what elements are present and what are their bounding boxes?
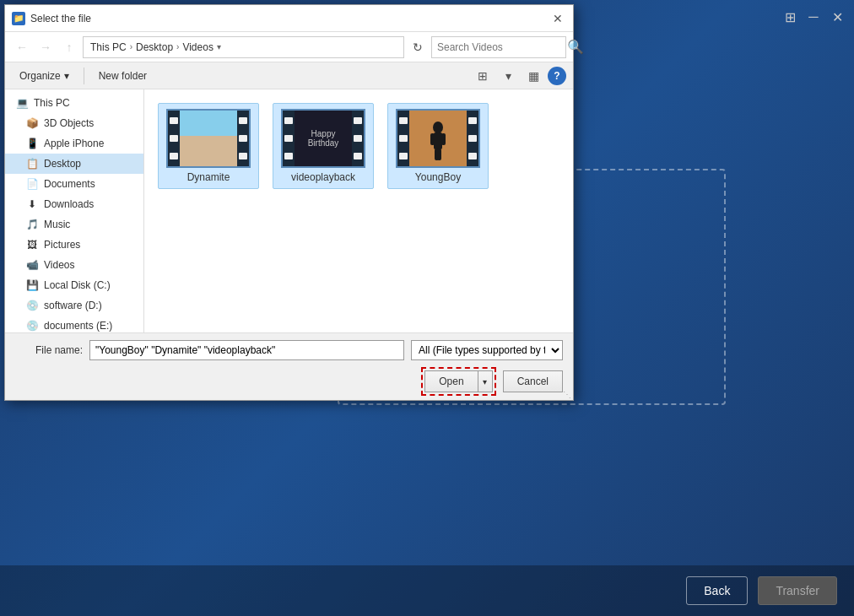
nav-back-button[interactable]: ← — [12, 37, 32, 57]
thumb-content-dynamite — [180, 111, 237, 166]
path-thispc[interactable]: This PC — [90, 41, 127, 53]
file-label-dynamite: Dynamite — [187, 171, 230, 183]
film-hole — [239, 117, 247, 124]
desktop-label: Desktop — [44, 158, 81, 170]
search-input[interactable] — [437, 41, 564, 53]
downloads-icon: ⬇ — [25, 197, 39, 211]
open-button[interactable]: Open — [424, 370, 477, 392]
cancel-button[interactable]: Cancel — [503, 370, 563, 392]
videos-label: Videos — [44, 259, 74, 271]
videos-icon: 📹 — [25, 258, 39, 272]
dialog-footer: File name: All (File types supported by … — [5, 332, 573, 400]
sidebar-item-videos[interactable]: 📹 Videos — [5, 255, 143, 275]
file-item-videoplayback[interactable]: Happy Birthday videoplayback — [273, 103, 374, 189]
3dobjects-label: 3D Objects — [44, 117, 94, 129]
film-hole — [354, 117, 362, 124]
path-arrow-1: › — [130, 42, 132, 51]
path-videos[interactable]: Videos — [182, 41, 213, 53]
sidebar: 💻 This PC 📦 3D Objects 📱 Apple iPhone 📋 … — [5, 89, 144, 332]
film-hole — [399, 153, 408, 159]
open-dropdown-button[interactable]: ▾ — [478, 370, 493, 392]
path-desktop[interactable]: Desktop — [136, 41, 173, 53]
open-button-group: Open ▾ — [421, 367, 495, 396]
filename-label: File name: — [15, 344, 83, 356]
path-dropdown-arrow: ▾ — [217, 42, 221, 51]
sidebar-item-documents[interactable]: 📄 Documents — [5, 174, 143, 194]
app-close-button[interactable]: ✕ — [829, 8, 846, 25]
nav-forward-button[interactable]: → — [35, 37, 56, 57]
thumbnail-youngboy — [396, 109, 480, 168]
film-hole — [170, 117, 178, 124]
film-hole — [170, 135, 178, 142]
new-folder-label: New folder — [99, 70, 147, 82]
dialog-title: Select the file — [30, 13, 544, 24]
sidebar-item-3dobjects[interactable]: 📦 3D Objects — [5, 113, 143, 133]
file-dialog: 📁 Select the file ✕ ← → ↑ This PC › Desk… — [4, 4, 574, 401]
back-button[interactable]: Back — [686, 576, 748, 605]
transfer-button: Transfer — [758, 576, 837, 605]
help-button[interactable]: ? — [548, 67, 566, 85]
search-box[interactable]: 🔍 — [431, 36, 566, 58]
file-label-videoplayback: videoplayback — [291, 171, 355, 183]
svg-rect-3 — [441, 133, 446, 145]
dialog-titlebar: 📁 Select the file ✕ — [5, 5, 573, 32]
software-icon: 💿 — [25, 299, 39, 312]
documents-label: Documents — [44, 178, 95, 190]
film-hole — [399, 117, 408, 124]
view-arrow-button[interactable]: ▾ — [497, 65, 519, 87]
svg-rect-2 — [430, 133, 435, 145]
sidebar-item-thispc[interactable]: 💻 This PC — [5, 93, 143, 113]
refresh-button[interactable]: ↻ — [408, 37, 428, 57]
dialog-body: 💻 This PC 📦 3D Objects 📱 Apple iPhone 📋 … — [5, 89, 573, 332]
film-strip-right-vp — [352, 111, 364, 166]
file-item-youngboy[interactable]: YoungBoy — [387, 103, 489, 189]
organize-label: Organize — [19, 70, 61, 82]
app-grid-button[interactable]: ⊞ — [781, 8, 798, 25]
svg-point-0 — [433, 122, 443, 133]
iphone-icon: 📱 — [25, 137, 39, 150]
film-hole — [468, 153, 477, 159]
software-label: software (D:) — [44, 300, 102, 311]
dialog-close-button[interactable]: ✕ — [549, 10, 566, 27]
svg-rect-1 — [434, 132, 442, 149]
sidebar-item-local-disk[interactable]: 💾 Local Disk (C:) — [5, 275, 143, 295]
thispc-label: This PC — [34, 97, 70, 109]
pictures-label: Pictures — [44, 239, 80, 251]
organize-button[interactable]: Organize ▾ — [12, 68, 77, 84]
path-arrow-2: › — [176, 42, 179, 51]
address-path[interactable]: This PC › Desktop › Videos ▾ — [83, 36, 404, 58]
music-icon: 🎵 — [25, 218, 39, 231]
filetype-select[interactable]: All (File types supported by the — [411, 340, 563, 360]
view-change-button[interactable]: ⊞ — [472, 65, 494, 87]
silhouette-svg — [425, 121, 451, 163]
downloads-label: Downloads — [44, 198, 94, 210]
film-strip-left-yb — [397, 111, 409, 166]
filename-input[interactable] — [89, 340, 404, 360]
sidebar-item-desktop[interactable]: 📋 Desktop — [5, 154, 143, 174]
dialog-icon: 📁 — [12, 12, 25, 25]
app-minimize-button[interactable]: ─ — [805, 8, 822, 25]
file-item-dynamite[interactable]: Dynamite — [158, 103, 259, 189]
svg-rect-5 — [437, 149, 441, 160]
film-hole — [239, 153, 247, 159]
sidebar-item-software[interactable]: 💿 software (D:) — [5, 295, 143, 316]
sidebar-item-appleiphone[interactable]: 📱 Apple iPhone — [5, 133, 143, 154]
local-disk-icon: 💾 — [25, 278, 39, 292]
toolbar-right: ⊞ ▾ ▦ ? — [472, 65, 566, 87]
new-folder-button[interactable]: New folder — [91, 68, 154, 84]
film-hole — [284, 117, 293, 124]
bottom-bar: Back Transfer — [0, 565, 854, 616]
film-hole — [354, 135, 362, 142]
iphone-label: Apple iPhone — [44, 138, 104, 149]
sidebar-item-downloads[interactable]: ⬇ Downloads — [5, 194, 143, 214]
film-hole — [170, 153, 178, 159]
sidebar-item-documents-e[interactable]: 💿 documents (E:) — [5, 316, 143, 332]
film-hole — [399, 135, 408, 142]
view-pane-button[interactable]: ▦ — [522, 65, 544, 87]
file-area[interactable]: Dynamite Happy Birthday — [144, 89, 573, 332]
sidebar-item-music[interactable]: 🎵 Music — [5, 214, 143, 235]
sidebar-item-pictures[interactable]: 🖼 Pictures — [5, 235, 143, 255]
nav-up-button[interactable]: ↑ — [59, 37, 79, 57]
resize-grip[interactable]: ⋱ — [563, 390, 573, 400]
documents-icon: 📄 — [25, 177, 39, 191]
